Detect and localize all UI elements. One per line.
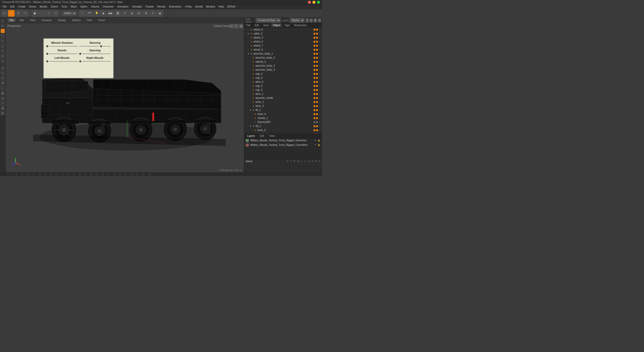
vp-tab-cameras[interactable]: Cameras — [39, 18, 54, 22]
stands-slider-track[interactable] — [49, 54, 78, 54]
menu-character[interactable]: Character — [101, 5, 115, 9]
om-tab-object[interactable]: Object — [271, 23, 283, 27]
layer-eye-icon[interactable]: 👁 — [314, 139, 317, 142]
tool-rotate[interactable]: ↻ — [1, 29, 5, 33]
obj-item-cap5[interactable]: ▲ cap_5 × — [244, 84, 322, 88]
toolbar-grid[interactable]: # — [122, 10, 128, 17]
layers-tab-view[interactable]: View — [268, 134, 276, 138]
leftmissile-slider-track[interactable] — [49, 61, 78, 62]
om-tab-bookmarks[interactable]: Bookmarks — [292, 23, 309, 27]
tool-layers2[interactable]: ≡ — [1, 101, 5, 105]
steering-slider-track[interactable] — [79, 46, 99, 47]
toolbar-layers[interactable]: ≡ — [150, 10, 156, 17]
tool-misc[interactable]: ⊞ — [1, 111, 5, 115]
obj-item-lift2[interactable]: ▼ ⊕ lift_2 × — [244, 124, 322, 128]
menu-extensions[interactable]: Extensions — [168, 5, 183, 9]
tool-extrude[interactable]: ⬆ — [1, 54, 5, 58]
toolbar-undo[interactable]: ↩ — [1, 10, 8, 17]
obj-item-wheel6[interactable]: ▲ wheel_6 × — [244, 48, 322, 52]
menu-file[interactable]: File — [1, 5, 8, 9]
opening-slider-track[interactable] — [82, 54, 111, 54]
menu-tracker[interactable]: Tracker — [144, 5, 155, 9]
toolbar-axis[interactable]: ⊗ — [136, 10, 142, 17]
vp-tab-edit[interactable]: Edit — [18, 18, 26, 22]
toolbar-material[interactable]: ◆ — [157, 10, 163, 17]
obj-item-lever1[interactable]: ▲ lever_1 × — [244, 100, 322, 104]
node-space-select[interactable]: Current (V-Ray) — [256, 18, 281, 23]
object-list[interactable]: ▲ wheel_5 × ▶ ▲ cabin_2 × — [244, 28, 322, 134]
tool-move[interactable]: ✛ — [1, 24, 5, 28]
vp-tab-filter[interactable]: Filter — [85, 18, 94, 22]
toolbar-edge-mode[interactable]: / — [46, 10, 52, 17]
layout-select[interactable]: Startup — [290, 18, 305, 23]
toolbar-rotate[interactable]: ↻ — [15, 10, 22, 17]
layer-geometry[interactable]: Military_Missile_Tactical_Truck_Rigged_G… — [244, 138, 322, 143]
toolbar-point-mode[interactable]: · — [38, 10, 45, 17]
vp-tab-options[interactable]: Options — [70, 18, 83, 22]
minimize-button[interactable] — [312, 1, 315, 4]
tool-s1[interactable]: S — [1, 66, 5, 70]
obj-item-launcher-inside[interactable]: ▲ launcher_inside × — [244, 96, 322, 100]
vp-tab-display[interactable]: Display — [56, 18, 68, 22]
layer-lock-icon-2[interactable]: 🔒 — [317, 144, 320, 147]
toolbar-scale[interactable]: ⤡ — [22, 10, 29, 17]
node-toolbar-btn2[interactable]: ▷ — [310, 18, 313, 22]
menu-help[interactable]: Help — [217, 5, 225, 9]
om-tab-view[interactable]: View — [261, 23, 271, 27]
maximize-button[interactable] — [317, 1, 320, 4]
om-tab-edit[interactable]: Edit — [253, 23, 261, 27]
toolbar-settings[interactable]: ⚙ — [143, 10, 149, 17]
menu-scene[interactable]: Scene — [27, 5, 37, 9]
opening-slider-handle[interactable] — [79, 53, 81, 55]
tool-paint[interactable]: ✏ — [1, 39, 5, 43]
tool-sculpt[interactable]: ▲ — [1, 96, 5, 100]
menu-tools[interactable]: Tools — [60, 5, 69, 9]
tool-brush[interactable]: ◉ — [1, 91, 5, 95]
om-tab-tags[interactable]: Tags — [283, 23, 292, 27]
node-toolbar-btn1[interactable]: ◁ — [306, 18, 309, 22]
obj-item-wheel3[interactable]: ▲ wheel_3 × — [244, 36, 322, 40]
obj-item-lever2[interactable]: ▲ lever_2 × — [244, 104, 322, 108]
node-toolbar-btn3[interactable]: ⊕ — [314, 18, 317, 22]
toolbar-obj-mode[interactable]: ◼ — [31, 10, 38, 17]
wheels-slider-track[interactable] — [49, 46, 78, 47]
menu-mesh[interactable]: Mesh — [69, 5, 78, 9]
window-controls[interactable] — [308, 1, 320, 4]
obj-item-lever4[interactable]: ▲ lever_4 × — [244, 112, 322, 116]
toolbar-new-obj[interactable]: + — [79, 10, 86, 17]
menu-select[interactable]: Select — [49, 5, 59, 9]
obj-item-cap2[interactable]: ▲ cap_2 × — [244, 88, 322, 92]
layer-controllers[interactable]: Military_Missile_Tactical_Truck_Rigged_C… — [244, 143, 322, 147]
tool-material2[interactable]: ◆ — [1, 106, 5, 110]
obj-item-wheel7[interactable]: ▲ wheel_7 × — [244, 44, 322, 48]
obj-item-door4[interactable]: ▲ door_4 × — [244, 80, 322, 84]
vp-tab-file[interactable]: File — [8, 18, 16, 22]
menu-window[interactable]: Window — [205, 5, 217, 9]
vp-ctrl-1[interactable]: ⤢ — [229, 24, 233, 28]
obj-item-cap4[interactable]: ▲ cap_4 × — [244, 72, 322, 76]
obj-item-launcher-body4[interactable]: ▲ launcher_body_4 × — [244, 68, 322, 72]
node-toolbar-btn4[interactable]: × — [318, 18, 321, 22]
menu-spline[interactable]: Spline — [79, 5, 89, 9]
tool-s3[interactable]: S — [1, 76, 5, 80]
toolbar-camera[interactable]: 📷 — [86, 10, 93, 17]
viewport-3d[interactable]: Perspective Default Camera ** ⤢ □ ⊞ Whee… — [6, 23, 244, 172]
menu-modes[interactable]: Modes — [38, 5, 49, 9]
toolbar-poly-mode[interactable]: □ — [53, 10, 59, 17]
toolbar-snap[interactable]: ⊕ — [129, 10, 135, 17]
steering-slider-handle[interactable] — [100, 45, 102, 47]
obj-item-launcher-body3[interactable]: ▲ launcher_body_3 × — [244, 56, 322, 60]
obj-item-launcher-body1[interactable]: ▼ ⊕ launcher_body_1 × — [244, 52, 322, 56]
vp-ctrl-3[interactable]: ⊞ — [239, 24, 243, 28]
tool-bevel[interactable]: ◇ — [1, 59, 5, 63]
vp-ctrl-2[interactable]: □ — [234, 24, 238, 28]
obj-item-missile1[interactable]: ▲ missile_1 × — [244, 116, 322, 120]
obj-item-lever5a[interactable]: ▲ lever_5 × — [244, 128, 322, 132]
obj-item-launcher-body2[interactable]: ▲ launcher_body_2 × — [244, 64, 322, 68]
layers-tab-layers[interactable]: Layers — [246, 134, 256, 138]
obj-item-cabin2[interactable]: ▶ ▲ cabin_2 × — [244, 32, 322, 36]
toolbar-move[interactable]: ✛ — [8, 10, 15, 17]
tool-cut[interactable]: ✂ — [1, 49, 5, 53]
menu-create[interactable]: Create — [16, 5, 27, 9]
toolbar-render[interactable]: ▶ — [100, 10, 107, 17]
